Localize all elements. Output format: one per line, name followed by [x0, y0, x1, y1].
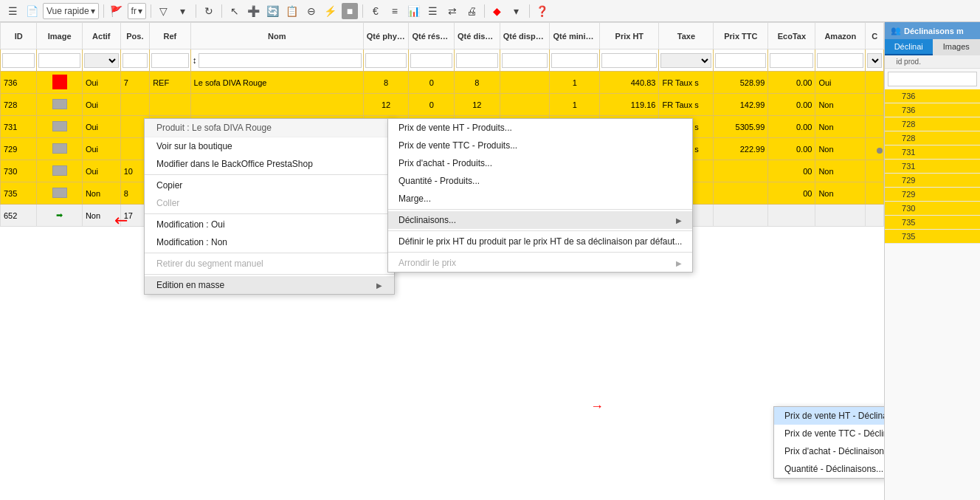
cursor-button[interactable]: ↖: [227, 3, 243, 19]
right-panel-cell: [933, 89, 981, 103]
grid-button[interactable]: ☰: [425, 3, 441, 19]
print-button[interactable]: 🖨: [463, 3, 480, 19]
filter-prix-ht[interactable]: [601, 53, 657, 68]
lang-dropdown[interactable]: fr ▾: [128, 3, 146, 19]
diamond-button[interactable]: ◆: [489, 3, 505, 19]
submenu-arrondir[interactable]: Arrondir le prix ▶: [388, 254, 692, 272]
cell-qte-reservee: 0: [409, 72, 455, 94]
filter-arrow-button[interactable]: ▾: [175, 3, 191, 19]
table-row[interactable]: 736 Oui 7 REF Le sofa DIVA Rouge 8 0 8 1…: [1, 72, 884, 94]
filter-id[interactable]: [2, 53, 35, 68]
copy-button[interactable]: 📋: [284, 3, 300, 19]
filter-ref[interactable]: [151, 53, 188, 68]
filter-actif[interactable]: Oui Non: [84, 53, 119, 68]
cell-amazon: [815, 205, 866, 227]
submenu-declinaisons[interactable]: Déclinaisons... ▶: [388, 211, 692, 229]
filter-qte-dispo[interactable]: [456, 53, 498, 68]
col-prix-ht: Prix HT: [600, 23, 659, 49]
document-button[interactable]: 📄: [24, 3, 40, 19]
ctx-copier[interactable]: Copier: [145, 177, 394, 194]
remove-button[interactable]: ⊖: [303, 3, 320, 19]
ctx-edition-masse[interactable]: Edition en masse ▶: [145, 276, 394, 294]
cell-nom: [190, 94, 363, 116]
right-panel-col-headers: id prod.: [885, 55, 980, 69]
filter-image[interactable]: [38, 53, 80, 68]
filter-pos[interactable]: [122, 53, 148, 68]
table-row[interactable]: 728 Oui 12 0 12 1 119.16 FR Taux s 142.9…: [1, 94, 884, 116]
right-panel-row: 731: [885, 160, 980, 174]
chart-button[interactable]: 📊: [406, 3, 422, 19]
filter-qte-reservee[interactable]: [410, 53, 452, 68]
col-c: C: [866, 23, 884, 49]
right-panel-cell: [933, 230, 981, 243]
filter-prix-ttc[interactable]: [715, 53, 766, 68]
right-panel-cell: [933, 117, 981, 131]
cell-ref: [150, 94, 190, 116]
flag-button[interactable]: 🚩: [108, 3, 125, 19]
ctx-retirer-segment[interactable]: Retirer du segment manuel: [145, 255, 394, 273]
lightning-button[interactable]: ⚡: [322, 3, 339, 19]
filter-nom[interactable]: [199, 53, 362, 68]
cell-qte-minimum: 1: [550, 72, 600, 94]
cell-image: [37, 182, 83, 205]
diamond-arrow-button[interactable]: ▾: [508, 3, 525, 19]
view-label: Vue rapide: [46, 6, 89, 16]
right-panel-cell: 728: [885, 131, 933, 145]
ctx-modification-non[interactable]: Modification : Non: [145, 233, 394, 251]
cell-qte-dispo: 12: [455, 94, 500, 116]
view-dropdown[interactable]: Vue rapide ▾: [43, 3, 99, 19]
active-button[interactable]: ■: [342, 3, 358, 19]
filter-qte-dispo-pm[interactable]: [502, 53, 548, 68]
filter-amazon[interactable]: [817, 53, 863, 68]
id-prod-input[interactable]: [888, 72, 977, 86]
separator4: [221, 4, 222, 18]
tab-declinaisons[interactable]: Déclinai: [885, 39, 933, 55]
right-panel-cell: [933, 202, 981, 215]
submenu-quantite[interactable]: Quantité - Produits...: [388, 172, 692, 190]
sync-button[interactable]: 🔄: [265, 3, 281, 19]
submenu-definir-prix[interactable]: Définir le prix HT du produit par le pri…: [388, 233, 692, 250]
col-ecotax: EcoTax: [768, 23, 815, 49]
ctx-coller[interactable]: Coller: [145, 194, 394, 212]
tab-images[interactable]: Images: [933, 39, 981, 55]
submenu-decl-prix-achat[interactable]: Prix d'achat - Déclinaisons...: [774, 442, 884, 460]
filter-taxe[interactable]: [660, 53, 711, 68]
cell-ecotax: 0.00: [768, 116, 815, 138]
ctx-modification-oui[interactable]: Modification : Oui: [145, 216, 394, 233]
cell-amazon: Non: [815, 182, 866, 205]
submenu-prix-vente-ht[interactable]: Prix de vente HT - Produits...: [388, 119, 692, 137]
filter-qte-physique[interactable]: [365, 53, 407, 68]
cell-ecotax: 0.00: [768, 94, 815, 116]
menu-button[interactable]: ☰: [4, 3, 21, 19]
ctx-arrow-icon: ▶: [376, 281, 382, 290]
list-button[interactable]: ≡: [387, 3, 403, 19]
euro-button[interactable]: €: [368, 3, 384, 19]
filter-button[interactable]: ▽: [156, 3, 172, 19]
submenu-marge[interactable]: Marge...: [388, 190, 692, 208]
cell-actif: Oui: [82, 72, 120, 94]
filter-ecotax[interactable]: [770, 53, 813, 68]
cell-prix-ttc: [714, 205, 768, 227]
ctx-modifier-backoffice[interactable]: Modifier dans le BackOffice PrestaShop: [145, 155, 394, 173]
right-panel-cell: 735: [885, 216, 933, 229]
ctx-voir-boutique[interactable]: Voir sur la boutique: [145, 137, 394, 155]
submenu-decl-prix-ttc[interactable]: Prix de vente TTC - Déclinaisons...: [774, 425, 884, 442]
cell-ecotax: 0.00: [768, 72, 815, 94]
submenu-prix-vente-ttc[interactable]: Prix de vente TTC - Produits...: [388, 137, 692, 154]
add-button[interactable]: ➕: [246, 3, 262, 19]
cell-c: [866, 94, 884, 116]
filter-qte-minimum[interactable]: [551, 53, 598, 68]
filter-c[interactable]: [867, 53, 882, 68]
right-panel-row: 736: [885, 89, 980, 103]
right-panel-cell: 729: [885, 174, 933, 187]
submenu-prix-achat[interactable]: Prix d'achat - Produits...: [388, 154, 692, 172]
submenu-decl-prix-ht[interactable]: Prix de vente HT - Déclinaisons...: [774, 407, 884, 425]
right-panel-cell: [933, 160, 981, 173]
help-button[interactable]: ❓: [534, 3, 551, 19]
refresh-button[interactable]: ↻: [201, 3, 217, 19]
col-taxe: Taxe: [659, 23, 714, 49]
shuffle-button[interactable]: ⇄: [444, 3, 460, 19]
right-panel-cell: 731: [885, 160, 933, 173]
cell-actif: Non: [82, 205, 120, 227]
submenu-decl-quantite[interactable]: Quantité - Déclinaisons...: [774, 460, 884, 478]
